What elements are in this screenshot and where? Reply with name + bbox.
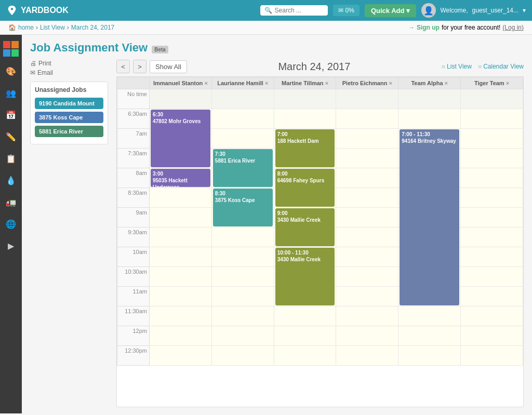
calendar-event[interactable]: 8:30 3875 Koss Cape — [213, 189, 273, 226]
cal-cell-r2-c4[interactable]: 7:00 - 11:30 94164 Britney Skyway — [398, 129, 461, 149]
sidebar-item-edit[interactable]: ✏️ — [2, 127, 20, 146]
cal-cell-r0-c0[interactable] — [150, 89, 212, 109]
cal-cell-r4-c3[interactable] — [336, 168, 398, 188]
cal-cell-r0-c3[interactable] — [336, 89, 398, 109]
calendar-event[interactable]: 9:00 3430 Mallie Creek — [275, 208, 335, 246]
cal-cell-r3-c1[interactable]: 7:30 5881 Erica River — [211, 149, 274, 168]
cal-cell-r5-c5[interactable] — [461, 188, 523, 208]
calendar-event[interactable]: 6:30 47802 Mohr Groves — [151, 110, 210, 167]
cal-cell-r5-c3[interactable] — [336, 188, 398, 208]
cal-cell-r0-c1[interactable] — [211, 89, 274, 109]
cal-cell-r7-c1[interactable] — [211, 227, 274, 247]
cal-cell-r11-c1[interactable] — [211, 306, 274, 326]
print-link[interactable]: 🖨 Print — [30, 60, 108, 67]
calendar-event[interactable]: 8:00 64698 Fahey Spurs — [275, 169, 335, 207]
cal-cell-r13-c4[interactable] — [398, 346, 461, 366]
cal-cell-r13-c5[interactable] — [461, 346, 523, 366]
cal-cell-r8-c3[interactable] — [336, 247, 398, 267]
cal-cell-r7-c0[interactable] — [150, 227, 212, 247]
cal-cell-r5-c0[interactable] — [150, 188, 212, 208]
cal-cell-r9-c5[interactable] — [461, 267, 523, 287]
messages-button[interactable]: ✉ 0% — [333, 5, 360, 16]
breadcrumb-home[interactable]: home — [18, 24, 34, 31]
sidebar-item-water[interactable]: 💧 — [2, 171, 20, 190]
cal-cell-r9-c3[interactable] — [336, 267, 398, 287]
sidebar-item-play[interactable]: ▶ — [2, 236, 20, 255]
cal-cell-r5-c1[interactable]: 8:30 3875 Koss Cape — [211, 188, 274, 208]
cal-cell-r8-c1[interactable] — [211, 247, 274, 267]
cal-cell-r6-c2[interactable]: 9:00 3430 Mallie Creek — [274, 208, 336, 227]
cal-cell-r12-c2[interactable] — [274, 326, 336, 346]
cal-cell-r12-c1[interactable] — [211, 326, 274, 346]
search-input[interactable] — [275, 7, 324, 14]
cal-cell-r4-c0[interactable]: 3:00 95035 Hackett Underpass — [150, 168, 212, 188]
cal-cell-r12-c3[interactable] — [336, 326, 398, 346]
cal-cell-r8-c2[interactable]: 10:00 - 11:30 3430 Mallie Creek — [274, 247, 336, 267]
cal-cell-r3-c3[interactable] — [336, 149, 398, 168]
col-header-5[interactable]: Tiger Team × — [461, 77, 523, 89]
cal-cell-r10-c5[interactable] — [461, 287, 523, 306]
cal-cell-r11-c3[interactable] — [336, 306, 398, 326]
cal-cell-r13-c0[interactable] — [150, 346, 212, 366]
unassigned-job-0[interactable]: 9190 Candida Mount — [35, 98, 103, 109]
cal-cell-r8-c0[interactable] — [150, 247, 212, 267]
cal-cell-r12-c0[interactable] — [150, 326, 212, 346]
sidebar-item-copy[interactable]: 📋 — [2, 149, 20, 168]
cal-cell-r11-c2[interactable] — [274, 306, 336, 326]
cal-cell-r4-c5[interactable] — [461, 168, 523, 188]
cal-cell-r10-c0[interactable] — [150, 287, 212, 306]
sidebar-item-globe[interactable]: 🌐 — [2, 215, 20, 233]
cal-cell-r6-c5[interactable] — [461, 208, 523, 227]
col-header-0[interactable]: Immanuel Stanton × — [150, 77, 212, 89]
cal-cell-r7-c5[interactable] — [461, 227, 523, 247]
cal-cell-r6-c3[interactable] — [336, 208, 398, 227]
list-view-option[interactable]: ○ List View — [442, 63, 472, 70]
col-header-1[interactable]: Laurianne Hamill × — [211, 77, 274, 89]
calendar-event[interactable]: 7:00 - 11:30 94164 Britney Skyway — [400, 129, 459, 305]
cal-cell-r12-c4[interactable] — [398, 326, 461, 346]
unassigned-job-1[interactable]: 3875 Koss Cape — [35, 112, 103, 123]
prev-button[interactable]: < — [116, 60, 130, 73]
cal-cell-r0-c4[interactable] — [398, 89, 461, 109]
cal-cell-r1-c1[interactable] — [211, 109, 274, 129]
cal-cell-r8-c5[interactable] — [461, 247, 523, 267]
cal-cell-r1-c5[interactable] — [461, 109, 523, 129]
calendar-event[interactable]: 7:00 188 Hackett Dam — [275, 129, 335, 167]
cal-cell-r13-c3[interactable] — [336, 346, 398, 366]
login-link[interactable]: (Log in) — [502, 24, 524, 31]
sidebar-item-people[interactable]: 👥 — [2, 84, 20, 102]
breadcrumb-list-view[interactable]: List View — [40, 24, 65, 31]
calendar-view-option[interactable]: ○ Calendar View — [478, 63, 524, 70]
cal-cell-r10-c3[interactable] — [336, 287, 398, 306]
signup-link[interactable]: Sign up — [417, 24, 440, 31]
cal-cell-r11-c5[interactable] — [461, 306, 523, 326]
cal-cell-r7-c3[interactable] — [336, 227, 398, 247]
col-header-2[interactable]: Martine Tillman × — [274, 77, 336, 89]
cal-cell-r1-c0[interactable]: 6:30 47802 Mohr Groves — [150, 109, 212, 129]
cal-cell-r2-c3[interactable] — [336, 129, 398, 149]
col-header-4[interactable]: Team Alpha × — [398, 77, 461, 89]
cal-cell-r1-c2[interactable] — [274, 109, 336, 129]
calendar-event[interactable]: 10:00 - 11:30 3430 Mallie Creek — [275, 248, 335, 305]
cal-cell-r13-c1[interactable] — [211, 346, 274, 366]
email-link[interactable]: ✉ Email — [30, 69, 108, 76]
sidebar-item-calendar[interactable]: 📅 — [2, 105, 20, 124]
user-menu[interactable]: 👤 Welcome, guest_user_14... ▾ — [421, 3, 526, 18]
show-all-button[interactable]: Show All — [150, 60, 187, 73]
sidebar-item-palette[interactable]: 🎨 — [2, 62, 20, 81]
search-bar[interactable]: 🔍 — [260, 5, 328, 16]
unassigned-job-2[interactable]: 5881 Erica River — [35, 126, 103, 137]
calendar-event[interactable]: 7:30 5881 Erica River — [213, 149, 273, 187]
calendar-scroll[interactable]: Immanuel Stanton ×Laurianne Hamill ×Mart… — [116, 76, 524, 407]
quick-add-button[interactable]: Quick Add ▾ — [365, 4, 417, 17]
cal-cell-r1-c4[interactable] — [398, 109, 461, 129]
sidebar-item-truck[interactable]: 🚛 — [2, 193, 20, 211]
cal-cell-r0-c5[interactable] — [461, 89, 523, 109]
cal-cell-r3-c5[interactable] — [461, 149, 523, 168]
cal-cell-r12-c5[interactable] — [461, 326, 523, 346]
cal-cell-r2-c5[interactable] — [461, 129, 523, 149]
cal-cell-r1-c3[interactable] — [336, 109, 398, 129]
app-logo[interactable]: YARDBOOK — [6, 5, 69, 16]
cal-cell-r11-c4[interactable] — [398, 306, 461, 326]
next-button[interactable]: > — [133, 60, 147, 73]
